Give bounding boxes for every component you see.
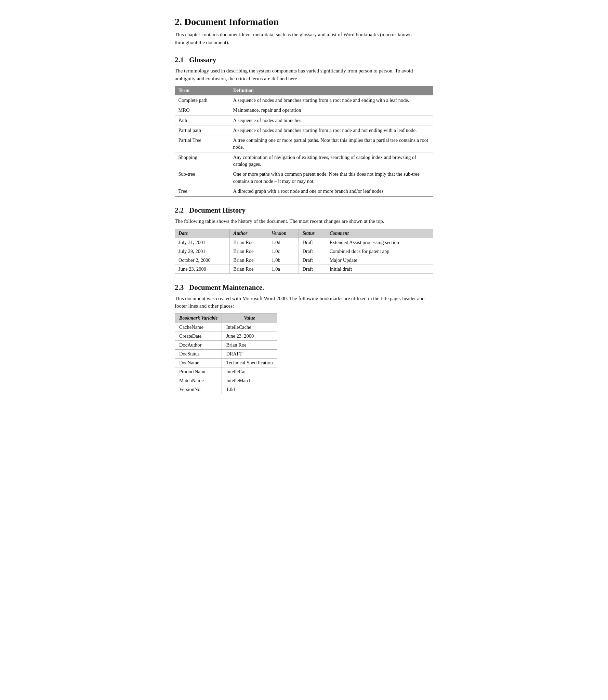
- history-row: October 2, 2000Brian Roe1.0bDraftMajor U…: [175, 256, 433, 265]
- glossary-definition: A sequence of nodes and branches startin…: [230, 95, 433, 105]
- history-col-comment: Comment: [326, 229, 433, 238]
- history-cell: Brian Roe: [230, 247, 268, 256]
- glossary-term: Complete path: [175, 95, 230, 105]
- glossary-number: 2.1: [175, 56, 184, 64]
- glossary-title-text: Glossary: [189, 56, 216, 64]
- history-col-date: Date: [175, 229, 230, 238]
- history-cell: 1.0c: [268, 247, 299, 256]
- maintenance-number: 2.3: [175, 283, 184, 292]
- glossary-term: Path: [175, 115, 230, 125]
- glossary-col-term: Term: [175, 86, 230, 95]
- history-table: Date Author Version Status Comment July …: [175, 229, 433, 274]
- history-cell: 1.0a: [268, 265, 299, 273]
- bookmark-row: DocAuthorBrian Roe: [175, 340, 277, 349]
- history-row: July 29, 2001Brian Roe1.0cDraftCombined …: [175, 247, 433, 256]
- bookmark-row: ProductNameIntelleCat: [175, 367, 277, 376]
- glossary-term: Partial Tree: [175, 135, 230, 152]
- history-cell: June 23, 2000: [175, 265, 230, 273]
- chapter-number: 2.: [175, 16, 182, 27]
- history-cell: Draft: [299, 238, 326, 247]
- bookmark-value: IntelleMatch: [222, 376, 277, 385]
- glossary-row: MROMaintenance, repair and operation: [175, 105, 433, 115]
- history-cell: Draft: [299, 256, 326, 265]
- bookmark-col-variable: Bookmark Variable: [175, 313, 222, 323]
- bookmark-row: CreateDateJune 23, 2000: [175, 332, 277, 340]
- history-cell: October 2, 2000: [175, 256, 230, 265]
- history-cell: July 29, 2001: [175, 247, 230, 256]
- bookmark-variable: MatchName: [175, 376, 222, 385]
- glossary-table: Term Definition Complete pathA sequence …: [175, 86, 433, 197]
- bookmark-variable: DocStatus: [175, 349, 222, 358]
- glossary-term: Shopping: [175, 152, 230, 169]
- glossary-term: MRO: [175, 105, 230, 115]
- bookmark-row: CacheNameIntelleCache: [175, 323, 277, 332]
- history-cell: Combined docs for patent app: [326, 247, 433, 256]
- history-number: 2.2: [175, 206, 184, 214]
- glossary-definition: Any combination of navigation of existin…: [230, 152, 433, 169]
- bookmark-variable: CacheName: [175, 323, 222, 332]
- history-cell: Draft: [299, 265, 326, 273]
- bookmark-variable: DocAuthor: [175, 340, 222, 349]
- bookmark-row: DocStatusDRAFT: [175, 349, 277, 358]
- history-row: June 23, 2000Brian Roe1.0aDraftInitial d…: [175, 265, 433, 273]
- bookmark-variable: ProductName: [175, 367, 222, 376]
- bookmark-value: Technical Specification: [222, 358, 277, 367]
- glossary-term: Partial path: [175, 125, 230, 135]
- bookmark-row: MatchNameIntelleMatch: [175, 376, 277, 385]
- glossary-definition: Maintenance, repair and operation: [230, 105, 433, 115]
- bookmark-value: June 23, 2000: [222, 332, 277, 340]
- glossary-term: Tree: [175, 186, 230, 196]
- maintenance-intro: This document was created with Microsoft…: [175, 295, 433, 310]
- glossary-row: Complete pathA sequence of nodes and bra…: [175, 95, 433, 105]
- history-cell: Brian Roe: [230, 256, 268, 265]
- chapter-intro: This chapter contains document-level met…: [175, 31, 433, 46]
- bookmark-col-value: Value: [222, 313, 277, 323]
- history-cell: Initial draft: [326, 265, 433, 273]
- history-cell: July 31, 2001: [175, 238, 230, 247]
- history-title: 2.2 Document History: [175, 206, 433, 215]
- bookmark-value: Brian Roe: [222, 340, 277, 349]
- glossary-definition: A tree containing one or more partial pa…: [230, 135, 433, 152]
- bookmark-variable: DocName: [175, 358, 222, 367]
- history-cell: 1.0d: [268, 238, 299, 247]
- history-header-row: Date Author Version Status Comment: [175, 229, 433, 238]
- chapter-title: 2. Document Information: [175, 16, 433, 27]
- bookmark-value: IntelleCat: [222, 367, 277, 376]
- history-cell: Brian Roe: [230, 265, 268, 273]
- glossary-definition: One or more paths with a common parent n…: [230, 169, 433, 186]
- history-col-version: Version: [268, 229, 299, 238]
- bookmark-row: DocNameTechnical Specification: [175, 358, 277, 367]
- history-title-text: Document History: [189, 206, 246, 214]
- history-cell: 1.0b: [268, 256, 299, 265]
- glossary-header-row: Term Definition: [175, 86, 433, 95]
- glossary-intro: The terminology used in describing the s…: [175, 67, 433, 82]
- glossary-col-definition: Definition: [230, 86, 433, 95]
- maintenance-title-text: Document Maintenance.: [189, 283, 264, 292]
- bookmark-variable: CreateDate: [175, 332, 222, 340]
- history-col-status: Status: [299, 229, 326, 238]
- glossary-definition: A directed graph with a root node and on…: [230, 186, 433, 196]
- glossary-term: Sub-tree: [175, 169, 230, 186]
- glossary-title: 2.1 Glossary: [175, 56, 433, 64]
- history-cell: Extended Assist processing section: [326, 238, 433, 247]
- glossary-row: Sub-treeOne or more paths with a common …: [175, 169, 433, 186]
- history-cell: Draft: [299, 247, 326, 256]
- glossary-definition: A sequence of nodes and branches: [230, 115, 433, 125]
- bookmark-row: VersionNo1.0d: [175, 385, 277, 394]
- history-intro: The following table shows the history of…: [175, 217, 433, 225]
- history-row: July 31, 2001Brian Roe1.0dDraftExtended …: [175, 238, 433, 247]
- history-cell: Major Update: [326, 256, 433, 265]
- glossary-definition: A sequence of nodes and branches startin…: [230, 125, 433, 135]
- bookmark-table: Bookmark Variable Value CacheNameIntelle…: [175, 313, 277, 394]
- bookmark-header-row: Bookmark Variable Value: [175, 313, 277, 323]
- chapter-title-text: Document Information: [184, 16, 279, 27]
- glossary-row: ShoppingAny combination of navigation of…: [175, 152, 433, 169]
- bookmark-value: IntelleCache: [222, 323, 277, 332]
- bookmark-value: 1.0d: [222, 385, 277, 394]
- glossary-row: Partial TreeA tree containing one or mor…: [175, 135, 433, 152]
- bookmark-variable: VersionNo: [175, 385, 222, 394]
- history-cell: Brian Roe: [230, 238, 268, 247]
- history-col-author: Author: [230, 229, 268, 238]
- glossary-row: PathA sequence of nodes and branches: [175, 115, 433, 125]
- glossary-row: Partial pathA sequence of nodes and bran…: [175, 125, 433, 135]
